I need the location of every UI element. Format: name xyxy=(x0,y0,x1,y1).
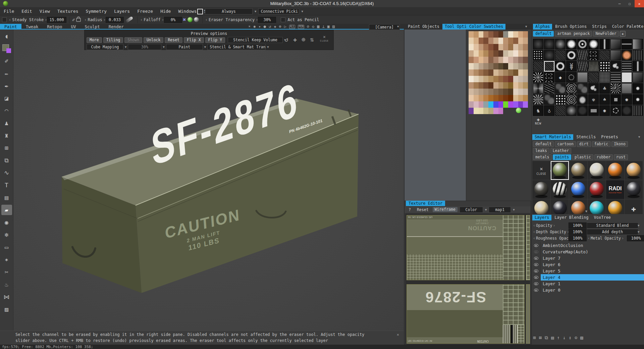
alpha-brush[interactable] xyxy=(599,72,610,83)
menu-hide[interactable]: Hide xyxy=(157,8,174,15)
material-folder-default[interactable]: default xyxy=(533,141,554,147)
alpha-brush[interactable] xyxy=(566,94,577,105)
color-swatch[interactable] xyxy=(503,50,508,57)
panel-menu-icon[interactable]: ▼ xyxy=(638,25,640,28)
color-swatch[interactable] xyxy=(508,57,513,63)
color-swatch[interactable] xyxy=(469,95,474,101)
color-swatch[interactable] xyxy=(498,69,503,76)
cube-icon[interactable]: ◇ xyxy=(312,24,314,30)
color-swatch[interactable] xyxy=(503,38,508,44)
tab-color-swatches[interactable]: Color Swatches xyxy=(467,24,505,30)
alpha-brush[interactable] xyxy=(610,39,621,49)
color-swatch[interactable] xyxy=(488,101,493,108)
alpha-brush[interactable] xyxy=(577,50,588,60)
color-swatch[interactable] xyxy=(518,95,523,101)
color-swatch[interactable] xyxy=(503,44,508,50)
strokes-tool[interactable]: ◖ xyxy=(1,31,12,41)
secondary-color-swatch[interactable] xyxy=(6,48,11,53)
alpha-folder-artman-penpack[interactable]: artman penpack xyxy=(555,31,592,37)
color-swatch[interactable] xyxy=(503,69,508,76)
color-swatch[interactable] xyxy=(513,57,518,63)
move-icon[interactable]: ✚ xyxy=(293,36,297,43)
color-swatch[interactable] xyxy=(508,38,513,44)
smart-material-thumb[interactable] xyxy=(588,199,606,214)
alpha-brush[interactable] xyxy=(622,50,632,60)
menu-view[interactable]: View xyxy=(36,8,54,15)
steady-stroke-value[interactable]: 15.000 xyxy=(47,17,66,23)
blend-mode-dropdown[interactable]: Standard Blend xyxy=(587,222,638,229)
pan-view-icon[interactable]: ✚ xyxy=(274,24,276,30)
color-swatch[interactable] xyxy=(479,82,484,89)
color-swatch[interactable] xyxy=(493,76,498,82)
color-swatch[interactable] xyxy=(479,63,484,69)
alpha-brush[interactable] xyxy=(622,39,632,49)
color-swatch[interactable] xyxy=(498,50,503,57)
color-swatch[interactable] xyxy=(479,69,484,76)
tab-stencils[interactable]: Stencils xyxy=(574,134,598,140)
layer-visibility-toggle[interactable] xyxy=(532,281,541,287)
act-as-pencil-checkbox[interactable] xyxy=(281,17,285,22)
smart-material-thumb[interactable] xyxy=(606,199,624,214)
disable-icon[interactable]: ⊘ xyxy=(307,24,309,30)
color-swatch[interactable] xyxy=(498,76,503,82)
color-swatch[interactable] xyxy=(508,63,513,69)
color-swatch[interactable] xyxy=(483,44,488,50)
color-swatch[interactable] xyxy=(488,57,493,63)
color-swatch[interactable] xyxy=(474,76,479,82)
color-swatch[interactable] xyxy=(523,101,528,108)
opacity-dropdown[interactable]: 30% xyxy=(128,44,161,50)
color-swatch[interactable] xyxy=(474,101,479,108)
alpha-brush[interactable] xyxy=(599,50,610,60)
alpha-brush[interactable] xyxy=(599,83,610,94)
color-swatch[interactable] xyxy=(493,95,498,101)
clone-tool[interactable]: ⋈ xyxy=(1,292,12,302)
flip-y-button[interactable]: Flip Y xyxy=(205,37,225,43)
picking-dropdown[interactable]: Connective Picki xyxy=(258,8,299,14)
texture-map-dropdown[interactable]: map1 xyxy=(489,207,511,213)
alpha-brush[interactable] xyxy=(544,50,554,60)
color-swatch[interactable] xyxy=(523,57,528,63)
color-swatch[interactable] xyxy=(523,31,528,38)
pen-mode-icon[interactable]: PEN xyxy=(298,25,304,29)
alpha-brush[interactable] xyxy=(610,72,621,83)
color-swatch[interactable] xyxy=(469,44,474,50)
color-swatch[interactable] xyxy=(503,63,508,69)
smart-material-thumb[interactable] xyxy=(551,199,569,214)
color-swatch[interactable] xyxy=(508,50,513,57)
materials-scroll-icon[interactable]: ▼ xyxy=(585,209,587,213)
materials-close-button[interactable]: ✕CLOSE xyxy=(532,161,550,180)
color-swatch[interactable] xyxy=(474,38,479,44)
color-swatch[interactable] xyxy=(483,50,488,57)
color-swatch[interactable] xyxy=(488,89,493,95)
alpha-brush[interactable] xyxy=(555,61,566,71)
alpha-brush[interactable] xyxy=(633,50,643,60)
material-folder-fabric[interactable]: fabric xyxy=(592,141,611,147)
color-swatch[interactable] xyxy=(469,101,474,108)
metal-opacity-value[interactable]: 100% xyxy=(627,235,644,241)
drag-icon[interactable]: ⇅ xyxy=(310,36,314,43)
hint-close-icon[interactable]: ✕ xyxy=(397,332,399,337)
color-swatch[interactable] xyxy=(493,63,498,69)
color-swatch[interactable] xyxy=(483,31,488,38)
color-swatch[interactable] xyxy=(483,57,488,63)
maximize-button[interactable]: ☐ xyxy=(625,0,635,7)
alpha-brush[interactable] xyxy=(577,94,588,105)
alpha-brush[interactable] xyxy=(544,61,554,71)
mapping-dropdown[interactable]: Cube Mapping xyxy=(87,44,123,50)
smart-material-thumb[interactable] xyxy=(606,161,624,180)
material-folder-paints[interactable]: paints xyxy=(553,154,572,160)
alpha-brush[interactable] xyxy=(544,39,554,49)
material-folder-dirt[interactable]: dirt xyxy=(577,141,591,147)
smart-material-thumb[interactable] xyxy=(625,180,643,199)
layer-row[interactable]: Layer 6 xyxy=(532,261,644,268)
alpha-brush[interactable] xyxy=(566,83,577,94)
alpha-brush[interactable] xyxy=(544,105,554,116)
freeze-tool[interactable]: ❄ xyxy=(1,230,12,240)
alpha-brush[interactable] xyxy=(577,72,588,83)
color-swatch[interactable] xyxy=(493,101,498,108)
alpha-brush[interactable] xyxy=(588,105,599,116)
alpha-brush[interactable] xyxy=(633,94,643,105)
zoom-icon[interactable]: ⊕ xyxy=(302,36,305,43)
tab-brush-options[interactable]: Brush Options xyxy=(553,24,589,30)
viewport-3d[interactable]: SF-2876 PN 4b462G-10-101 CAUTION 2 MAN L… xyxy=(13,30,404,331)
